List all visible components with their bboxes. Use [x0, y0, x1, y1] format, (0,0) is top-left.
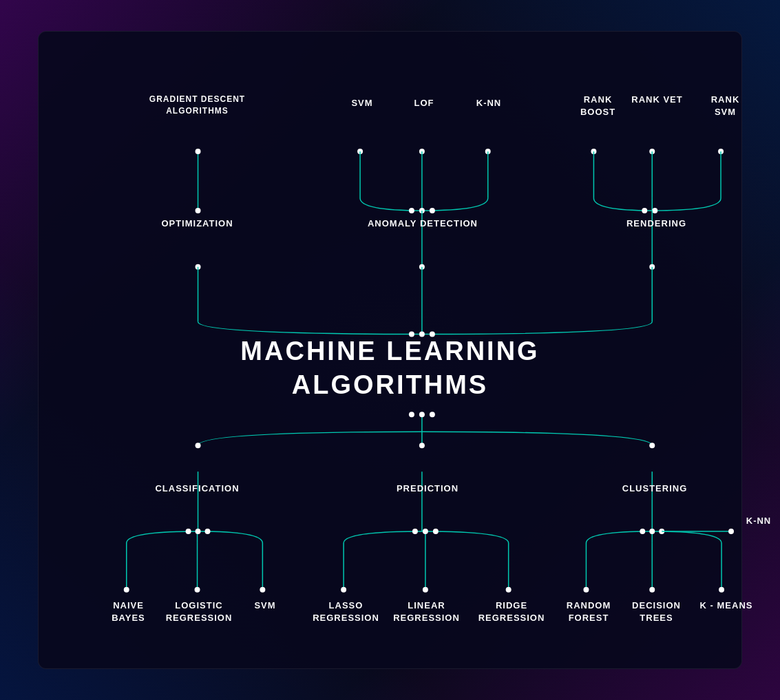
svg-point-46	[195, 587, 200, 593]
svg-point-34	[409, 412, 414, 417]
label-rankvet: RANK VET	[631, 94, 683, 106]
label-svm-bot: SVM	[244, 600, 286, 612]
svg-point-22	[642, 208, 647, 213]
svg-point-69	[719, 587, 724, 593]
label-rankboost: RANK BOOST	[572, 94, 624, 118]
label-gradient-descent: GRADIENT DESCENT ALGORITHMS	[140, 94, 254, 117]
label-rendering: RENDERING	[607, 218, 706, 230]
diagram-card: GRADIENT DESCENT ALGORITHMS SVM LOF K-NN…	[38, 31, 742, 669]
svg-point-68	[649, 587, 655, 593]
svg-point-23	[652, 208, 657, 213]
label-knn-top: K-NN	[468, 97, 509, 109]
label-lasso: LASSO REGRESSION	[310, 600, 382, 624]
label-kmeans: K - MEANS	[695, 600, 757, 612]
svg-point-50	[196, 529, 201, 534]
label-decisiontrees: DECISION TREES	[624, 600, 689, 624]
svg-point-72	[649, 529, 655, 534]
label-anomaly-detection: ANOMALY DETECTION	[354, 218, 492, 230]
svg-point-60	[412, 529, 418, 534]
label-linear: LINEAR REGRESSION	[387, 600, 466, 624]
svg-point-61	[423, 529, 428, 534]
svg-point-2	[196, 208, 201, 213]
svg-point-10	[409, 208, 414, 213]
background: GRADIENT DESCENT ALGORITHMS SVM LOF K-NN…	[0, 0, 780, 700]
label-optimization: OPTIMIZATION	[140, 218, 254, 230]
svg-point-12	[430, 208, 435, 213]
svg-point-1	[196, 149, 201, 154]
svg-point-56	[341, 587, 346, 593]
svg-point-36	[430, 412, 435, 417]
label-classification: CLASSIFICATION	[140, 482, 254, 495]
svg-point-45	[124, 587, 129, 593]
label-randomforest: RANDOM FOREST	[558, 600, 620, 624]
svg-point-58	[506, 587, 512, 593]
label-logistic: LOGISTIC REGRESSION	[161, 600, 237, 624]
svg-point-71	[640, 529, 645, 534]
svg-point-49	[186, 529, 191, 534]
svg-point-47	[260, 587, 265, 593]
svg-point-39	[419, 443, 425, 448]
label-ranksvm: RANK SVM	[699, 94, 751, 118]
label-ridge: RIDGE REGRESSION	[474, 600, 549, 624]
label-prediction: PREDICTION	[376, 482, 479, 495]
label-clustering: CLUSTERING	[603, 482, 706, 495]
svg-point-40	[649, 443, 655, 448]
svg-point-67	[583, 587, 589, 593]
label-lof: LOF	[403, 97, 445, 109]
label-knn-bot: K-NN	[738, 515, 779, 527]
svg-point-51	[205, 529, 211, 534]
label-svm-top: SVM	[341, 97, 383, 109]
svg-point-35	[419, 412, 425, 417]
svg-point-75	[728, 529, 734, 534]
label-naivebayes: NAIVE BAYES	[99, 600, 158, 624]
svg-point-62	[433, 529, 439, 534]
svg-point-57	[423, 587, 428, 593]
main-title: MACHINE LEARNING ALGORITHMS	[240, 335, 539, 403]
svg-point-38	[196, 443, 201, 448]
